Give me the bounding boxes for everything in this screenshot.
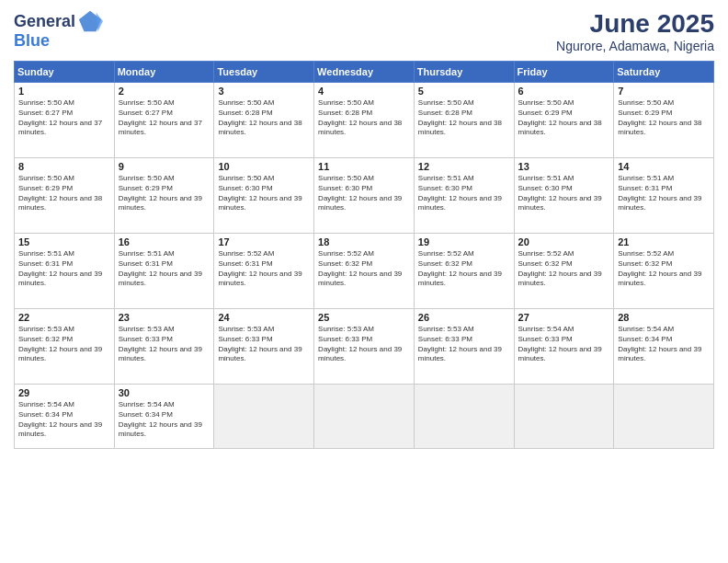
calendar-day-header: Wednesday <box>314 62 415 83</box>
cell-info: Sunrise: 5:52 AMSunset: 6:32 PMDaylight:… <box>618 249 710 289</box>
page: General Blue June 2025 Ngurore, Adamawa,… <box>0 0 728 563</box>
day-number: 10 <box>218 161 310 172</box>
calendar-cell: 3Sunrise: 5:50 AMSunset: 6:28 PMDaylight… <box>214 83 314 158</box>
title-block: June 2025 Ngurore, Adamawa, Nigeria <box>556 9 714 53</box>
day-number: 16 <box>119 236 210 247</box>
cell-info: Sunrise: 5:50 AMSunset: 6:28 PMDaylight:… <box>418 98 510 138</box>
calendar-cell: 5Sunrise: 5:50 AMSunset: 6:28 PMDaylight… <box>414 83 514 158</box>
calendar-cell: 18Sunrise: 5:52 AMSunset: 6:32 PMDayligh… <box>314 234 415 309</box>
day-number: 1 <box>18 86 110 97</box>
cell-info: Sunrise: 5:54 AMSunset: 6:34 PMDaylight:… <box>18 400 110 440</box>
calendar-cell: 10Sunrise: 5:50 AMSunset: 6:30 PMDayligh… <box>214 158 314 234</box>
calendar-cell: 24Sunrise: 5:53 AMSunset: 6:33 PMDayligh… <box>214 309 314 385</box>
cell-info: Sunrise: 5:52 AMSunset: 6:31 PMDaylight:… <box>218 249 310 289</box>
cell-info: Sunrise: 5:50 AMSunset: 6:27 PMDaylight:… <box>18 98 110 138</box>
logo-icon <box>77 9 103 35</box>
day-number: 13 <box>518 161 610 172</box>
calendar-cell: 19Sunrise: 5:52 AMSunset: 6:32 PMDayligh… <box>414 234 514 309</box>
cell-info: Sunrise: 5:50 AMSunset: 6:29 PMDaylight:… <box>119 174 210 213</box>
cell-info: Sunrise: 5:54 AMSunset: 6:33 PMDaylight:… <box>518 325 610 364</box>
calendar-cell <box>214 385 314 449</box>
day-number: 21 <box>618 236 710 247</box>
cell-info: Sunrise: 5:51 AMSunset: 6:30 PMDaylight:… <box>518 174 610 213</box>
day-number: 9 <box>119 161 210 172</box>
calendar-header-row: SundayMondayTuesdayWednesdayThursdayFrid… <box>15 62 714 83</box>
cell-info: Sunrise: 5:53 AMSunset: 6:32 PMDaylight:… <box>18 325 110 364</box>
cell-info: Sunrise: 5:53 AMSunset: 6:33 PMDaylight:… <box>318 325 410 364</box>
calendar-cell <box>514 385 614 449</box>
calendar-cell: 27Sunrise: 5:54 AMSunset: 6:33 PMDayligh… <box>514 309 614 385</box>
calendar-cell <box>614 385 714 449</box>
calendar-week-row: 8Sunrise: 5:50 AMSunset: 6:29 PMDaylight… <box>15 158 714 234</box>
calendar-cell: 28Sunrise: 5:54 AMSunset: 6:34 PMDayligh… <box>614 309 714 385</box>
day-number: 27 <box>518 312 610 323</box>
day-number: 12 <box>418 161 510 172</box>
calendar-cell: 6Sunrise: 5:50 AMSunset: 6:29 PMDaylight… <box>514 83 614 158</box>
day-number: 19 <box>418 236 510 247</box>
calendar-cell: 8Sunrise: 5:50 AMSunset: 6:29 PMDaylight… <box>15 158 115 234</box>
calendar-cell: 1Sunrise: 5:50 AMSunset: 6:27 PMDaylight… <box>15 83 115 158</box>
calendar-week-row: 22Sunrise: 5:53 AMSunset: 6:32 PMDayligh… <box>15 309 714 385</box>
cell-info: Sunrise: 5:52 AMSunset: 6:32 PMDaylight:… <box>418 249 510 289</box>
day-number: 8 <box>18 161 110 172</box>
location: Ngurore, Adamawa, Nigeria <box>556 39 714 53</box>
cell-info: Sunrise: 5:50 AMSunset: 6:29 PMDaylight:… <box>518 98 610 138</box>
calendar-cell: 22Sunrise: 5:53 AMSunset: 6:32 PMDayligh… <box>15 309 115 385</box>
cell-info: Sunrise: 5:50 AMSunset: 6:30 PMDaylight:… <box>318 174 410 213</box>
day-number: 24 <box>218 312 310 323</box>
cell-info: Sunrise: 5:50 AMSunset: 6:30 PMDaylight:… <box>218 174 310 213</box>
cell-info: Sunrise: 5:53 AMSunset: 6:33 PMDaylight:… <box>119 325 210 364</box>
calendar-cell: 30Sunrise: 5:54 AMSunset: 6:34 PMDayligh… <box>114 385 214 449</box>
calendar-day-header: Tuesday <box>214 62 314 83</box>
calendar-cell: 2Sunrise: 5:50 AMSunset: 6:27 PMDaylight… <box>114 83 214 158</box>
day-number: 14 <box>618 161 710 172</box>
calendar-cell: 25Sunrise: 5:53 AMSunset: 6:33 PMDayligh… <box>314 309 415 385</box>
calendar-cell: 7Sunrise: 5:50 AMSunset: 6:29 PMDaylight… <box>614 83 714 158</box>
cell-info: Sunrise: 5:53 AMSunset: 6:33 PMDaylight:… <box>418 325 510 364</box>
calendar-day-header: Saturday <box>614 62 714 83</box>
day-number: 11 <box>318 161 410 172</box>
calendar-table: SundayMondayTuesdayWednesdayThursdayFrid… <box>14 61 714 449</box>
day-number: 15 <box>18 236 110 247</box>
cell-info: Sunrise: 5:51 AMSunset: 6:31 PMDaylight:… <box>618 174 710 213</box>
calendar-cell: 4Sunrise: 5:50 AMSunset: 6:28 PMDaylight… <box>314 83 415 158</box>
calendar-cell <box>414 385 514 449</box>
day-number: 18 <box>318 236 410 247</box>
calendar-cell: 9Sunrise: 5:50 AMSunset: 6:29 PMDaylight… <box>114 158 214 234</box>
day-number: 7 <box>618 86 710 97</box>
calendar-cell: 23Sunrise: 5:53 AMSunset: 6:33 PMDayligh… <box>114 309 214 385</box>
month-title: June 2025 <box>556 9 714 39</box>
cell-info: Sunrise: 5:50 AMSunset: 6:28 PMDaylight:… <box>318 98 410 138</box>
calendar-cell: 16Sunrise: 5:51 AMSunset: 6:31 PMDayligh… <box>114 234 214 309</box>
day-number: 29 <box>18 387 110 398</box>
cell-info: Sunrise: 5:51 AMSunset: 6:31 PMDaylight:… <box>18 249 110 289</box>
day-number: 23 <box>119 312 210 323</box>
day-number: 6 <box>518 86 610 97</box>
cell-info: Sunrise: 5:50 AMSunset: 6:28 PMDaylight:… <box>218 98 310 138</box>
cell-info: Sunrise: 5:54 AMSunset: 6:34 PMDaylight:… <box>618 325 710 364</box>
cell-info: Sunrise: 5:52 AMSunset: 6:32 PMDaylight:… <box>518 249 610 289</box>
calendar-day-header: Sunday <box>15 62 115 83</box>
calendar-week-row: 29Sunrise: 5:54 AMSunset: 6:34 PMDayligh… <box>15 385 714 449</box>
cell-info: Sunrise: 5:50 AMSunset: 6:29 PMDaylight:… <box>18 174 110 213</box>
day-number: 28 <box>618 312 710 323</box>
day-number: 2 <box>119 86 210 97</box>
day-number: 3 <box>218 86 310 97</box>
cell-info: Sunrise: 5:50 AMSunset: 6:27 PMDaylight:… <box>119 98 210 138</box>
day-number: 20 <box>518 236 610 247</box>
header: General Blue June 2025 Ngurore, Adamawa,… <box>14 9 714 53</box>
calendar-cell: 17Sunrise: 5:52 AMSunset: 6:31 PMDayligh… <box>214 234 314 309</box>
day-number: 25 <box>318 312 410 323</box>
calendar-day-header: Thursday <box>414 62 514 83</box>
cell-info: Sunrise: 5:54 AMSunset: 6:34 PMDaylight:… <box>119 400 210 440</box>
logo-text: General <box>14 13 75 31</box>
cell-info: Sunrise: 5:50 AMSunset: 6:29 PMDaylight:… <box>618 98 710 138</box>
day-number: 17 <box>218 236 310 247</box>
cell-info: Sunrise: 5:53 AMSunset: 6:33 PMDaylight:… <box>218 325 310 364</box>
day-number: 26 <box>418 312 510 323</box>
calendar-week-row: 15Sunrise: 5:51 AMSunset: 6:31 PMDayligh… <box>15 234 714 309</box>
calendar-cell: 11Sunrise: 5:50 AMSunset: 6:30 PMDayligh… <box>314 158 415 234</box>
logo: General Blue <box>14 9 103 51</box>
calendar-cell: 21Sunrise: 5:52 AMSunset: 6:32 PMDayligh… <box>614 234 714 309</box>
calendar-day-header: Friday <box>514 62 614 83</box>
